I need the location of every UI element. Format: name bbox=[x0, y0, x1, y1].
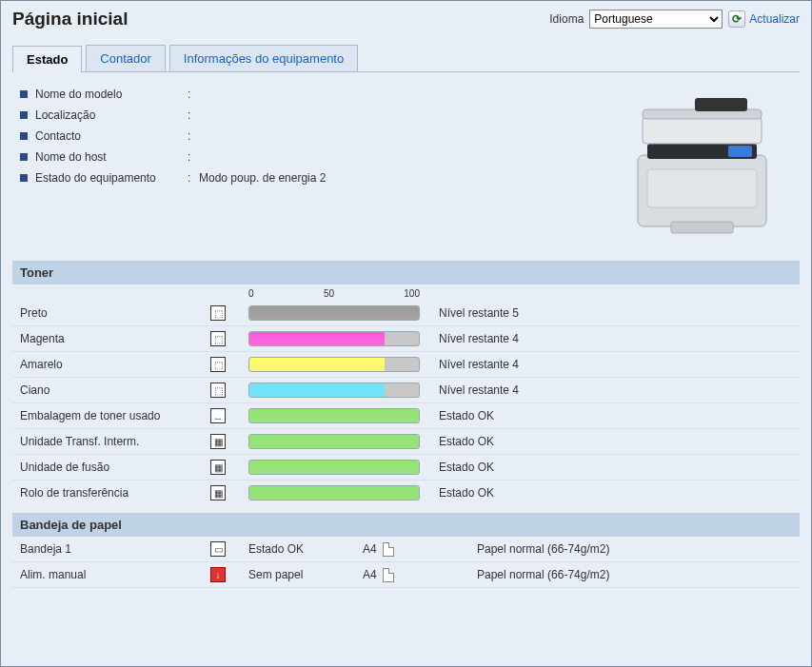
toner-row-2: Amarelo⬚Nível restante 4 bbox=[12, 352, 800, 378]
info-separator: : bbox=[188, 150, 199, 164]
page-icon bbox=[383, 542, 394, 557]
toner-name: Unidade Transf. Interm. bbox=[20, 435, 210, 448]
toner-bar bbox=[248, 305, 439, 321]
toner-status: Nível restante 4 bbox=[439, 383, 792, 397]
toner-name: Embalagem de toner usado bbox=[20, 409, 210, 422]
device-info-block: Nome do modelo:Localização:Contacto:Nome… bbox=[12, 84, 595, 245]
svg-rect-2 bbox=[728, 146, 752, 157]
tray-name: Alim. manual bbox=[20, 568, 210, 581]
printer-image bbox=[614, 84, 790, 245]
bullet-icon bbox=[20, 153, 28, 161]
toner-name: Amarelo bbox=[20, 358, 210, 371]
toner-bar bbox=[248, 485, 439, 500]
refresh-icon: ⟳ bbox=[728, 10, 745, 28]
toner-section-header: Toner bbox=[12, 261, 800, 284]
toner-status: Estado OK bbox=[439, 486, 792, 500]
toner-icon: ▦ bbox=[210, 460, 248, 475]
info-row-0: Nome do modelo: bbox=[20, 84, 595, 105]
info-row-4: Estado do equipamento:Modo poup. de ener… bbox=[20, 167, 595, 188]
refresh-button[interactable]: ⟳ Actualizar bbox=[728, 10, 800, 28]
info-label: Contacto bbox=[35, 129, 188, 143]
tray-size: A4 bbox=[363, 568, 477, 582]
info-separator: : bbox=[188, 171, 199, 185]
info-row-1: Localização: bbox=[20, 105, 595, 126]
tab-0[interactable]: Estado bbox=[12, 46, 82, 72]
toner-status: Nível restante 4 bbox=[439, 358, 792, 371]
toner-status: Estado OK bbox=[439, 409, 792, 422]
toner-status: Nível restante 5 bbox=[439, 306, 792, 320]
language-select[interactable]: Portuguese bbox=[589, 10, 723, 29]
bullet-icon bbox=[20, 132, 28, 140]
toner-rows: Preto⬚Nível restante 5Magenta⬚Nível rest… bbox=[12, 301, 800, 505]
bullet-icon bbox=[20, 111, 28, 119]
toner-icon: ▦ bbox=[210, 485, 248, 500]
toner-row-7: Rolo de transferência▦Estado OK bbox=[12, 481, 800, 505]
tray-state: Estado OK bbox=[248, 542, 363, 556]
toner-bar bbox=[248, 408, 439, 423]
tray-type: Papel normal (66-74g/m2) bbox=[477, 542, 792, 556]
ruler-max: 100 bbox=[404, 288, 420, 299]
tray-icon: ▭ bbox=[210, 541, 248, 557]
toner-icon: ▦ bbox=[210, 434, 248, 449]
tray-type: Papel normal (66-74g/m2) bbox=[477, 568, 792, 581]
tray-name: Bandeja 1 bbox=[20, 542, 210, 556]
toner-bar bbox=[248, 434, 439, 449]
ruler-mid: 50 bbox=[324, 288, 334, 299]
toner-icon: ⎵ bbox=[210, 408, 248, 423]
info-label: Nome do modelo bbox=[35, 88, 188, 101]
tray-rows: Bandeja 1▭Estado OKA4Papel normal (66-74… bbox=[12, 537, 800, 588]
toner-icon: ⬚ bbox=[210, 383, 248, 398]
ruler-min: 0 bbox=[248, 288, 254, 299]
tray-state: Sem papel bbox=[248, 568, 363, 581]
info-and-image-row: Nome do modelo:Localização:Contacto:Nome… bbox=[12, 84, 800, 245]
svg-rect-6 bbox=[671, 222, 733, 233]
toner-ruler: 0 50 100 bbox=[248, 284, 420, 301]
toner-row-1: Magenta⬚Nível restante 4 bbox=[12, 326, 800, 352]
svg-rect-5 bbox=[695, 98, 747, 111]
info-value: Modo poup. de energia 2 bbox=[199, 171, 326, 185]
page-container: Página inicial Idioma Portuguese ⟳ Actua… bbox=[0, 0, 812, 667]
svg-rect-3 bbox=[643, 117, 762, 144]
info-label: Nome do host bbox=[35, 150, 188, 164]
toner-status: Nível restante 4 bbox=[439, 332, 792, 345]
toner-status: Estado OK bbox=[439, 435, 792, 448]
info-row-2: Contacto: bbox=[20, 126, 595, 147]
toner-name: Ciano bbox=[20, 383, 210, 397]
toner-bar bbox=[248, 357, 439, 372]
toner-bar bbox=[248, 383, 439, 398]
toner-icon: ⬚ bbox=[210, 305, 248, 321]
toner-row-3: Ciano⬚Nível restante 4 bbox=[12, 378, 800, 403]
toner-row-0: Preto⬚Nível restante 5 bbox=[12, 301, 800, 326]
toner-name: Rolo de transferência bbox=[20, 486, 210, 500]
svg-rect-7 bbox=[647, 169, 757, 207]
info-row-3: Nome do host: bbox=[20, 147, 595, 167]
toner-bar bbox=[248, 331, 439, 346]
toner-name: Preto bbox=[20, 306, 210, 320]
tray-row-0: Bandeja 1▭Estado OKA4Papel normal (66-74… bbox=[12, 537, 800, 562]
info-label: Estado do equipamento bbox=[35, 171, 188, 185]
info-separator: : bbox=[188, 88, 199, 101]
toner-name: Unidade de fusão bbox=[20, 461, 210, 474]
tray-section-header: Bandeja de papel bbox=[12, 513, 800, 537]
toner-icon: ⬚ bbox=[210, 357, 248, 372]
bullet-icon bbox=[20, 90, 28, 98]
toner-row-5: Unidade Transf. Interm.▦Estado OK bbox=[12, 429, 800, 455]
info-separator: : bbox=[188, 129, 199, 143]
info-label: Localização bbox=[35, 108, 188, 122]
language-label: Idioma bbox=[549, 12, 584, 26]
refresh-label: Actualizar bbox=[749, 12, 800, 26]
toner-icon: ⬚ bbox=[210, 331, 248, 346]
page-title: Página inicial bbox=[12, 9, 128, 29]
page-icon bbox=[383, 568, 394, 582]
tab-1[interactable]: Contador bbox=[86, 45, 165, 71]
tray-row-1: Alim. manual↓Sem papelA4Papel normal (66… bbox=[12, 562, 800, 588]
tab-2[interactable]: Informações do equipamento bbox=[169, 45, 358, 71]
header-row: Página inicial Idioma Portuguese ⟳ Actua… bbox=[12, 9, 800, 29]
language-bar: Idioma Portuguese ⟳ Actualizar bbox=[549, 10, 800, 29]
toner-row-6: Unidade de fusão▦Estado OK bbox=[12, 455, 800, 481]
tray-icon: ↓ bbox=[210, 567, 248, 582]
toner-bar bbox=[248, 460, 439, 475]
tabs: EstadoContadorInformações do equipamento bbox=[12, 45, 800, 72]
toner-status: Estado OK bbox=[439, 461, 792, 474]
info-separator: : bbox=[188, 108, 199, 122]
